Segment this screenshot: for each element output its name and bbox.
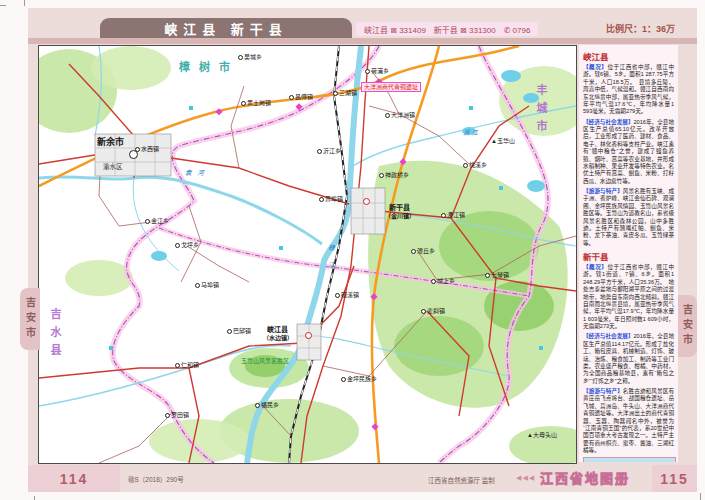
section-text: 位于江西省中部，赣江中游。辖1街道、7镇、6乡。面积1 248.29平方千米，人…: [583, 264, 674, 329]
section-label: 【概况】: [583, 64, 607, 70]
map-label: 马埠镇: [201, 282, 219, 288]
map-label: 新干县: [389, 204, 410, 211]
section-text: 风景名胜有玉峡、成子洲、香炉峰、峡江会仙石碑、观澜阁、金坪民族风情园、玉笥山风景…: [583, 188, 674, 246]
map-license-number: 赣S（2018）290号: [128, 474, 184, 484]
section-text: 2016年，全县地区生产总值114.17亿元。形成了盐化工、箱包皮具、机械制造、…: [583, 333, 674, 383]
map-label: 桃溪乡: [469, 162, 487, 168]
town-marker: [175, 363, 180, 368]
region-label-fengcheng: 丰城市: [535, 84, 546, 138]
map-label: 昌傅镇: [295, 94, 313, 100]
map-labels-layer: 新余市渝水区水西镇吴城乡黄土岗镇昌傅镇三湖镇荷浦乡大洋洲镇沂江乡神政桥乡桃溪乡溧…: [39, 46, 576, 463]
section-text: 位于江西省中部，赣江中游。辖6镇、5乡。面积1 287.75平方千米，人口18.…: [583, 64, 674, 114]
town-marker: [135, 147, 140, 152]
section-label: 【经济与社会发展】: [583, 333, 634, 339]
county-info-sidebar: 峡江县 【概况】位于江西省中部，赣江中游。辖6镇、5乡。面积1 287.75平方…: [579, 45, 678, 462]
map-label-yushui: 渝水区: [103, 164, 123, 171]
xingan-overview: 【概况】位于江西省中部，赣江中游。辖1街道、7镇、6乡。面积1 248.29平方…: [583, 264, 674, 330]
xiajiang-tourism: 【旅游与特产】风景名胜有玉峡、成子洲、香炉峰、峡江会仙石碑、观澜阁、金坪民族风情…: [583, 188, 674, 247]
map-label: 潭丘乡: [417, 248, 435, 254]
edge-tab-label: 吉安市: [23, 297, 38, 342]
edge-tab-jian-left: 吉安市: [20, 288, 40, 350]
crop-mark: [24, 0, 25, 6]
map-label: 城上乡: [437, 278, 455, 284]
page-title-tab: 峡江县 新干县: [100, 18, 352, 39]
map-label-xinyu: 新余市: [97, 138, 124, 147]
map-scale: 比例尺：1：36万: [606, 22, 675, 35]
arrow-decoration: ◀◀◀: [516, 474, 535, 482]
map-label: 溧江镇: [447, 212, 465, 218]
atlas-title: 江西省地图册: [540, 468, 630, 487]
town-marker: [241, 101, 246, 106]
river-label-yuanhe: 袁 河: [185, 170, 206, 177]
map-label: 峡江县: [267, 326, 288, 333]
town-marker: [175, 243, 180, 248]
town-marker: [411, 249, 416, 254]
county-title-xingan: 新干县: [583, 250, 674, 262]
map-label: 仁和镇: [181, 362, 199, 368]
map-label: 界埠镇: [325, 196, 343, 202]
town-marker: [485, 273, 490, 278]
museum-photo: 大洋洲商代青铜博物馆: [583, 457, 676, 462]
page-number-left-block: 114: [28, 465, 120, 492]
town-marker: [317, 149, 322, 154]
county-seat-marker: [305, 332, 312, 339]
town-marker: [385, 113, 390, 118]
section-label: 【旅游与特产】: [583, 388, 623, 394]
map-label: 罗田镇: [171, 412, 189, 418]
map-label: 戈坪乡: [181, 242, 199, 248]
header-rule: [28, 38, 697, 44]
town-marker: [195, 283, 200, 288]
map-label: 七琴镇: [491, 272, 509, 278]
map-label: 吴城乡: [244, 54, 262, 60]
section-label: 【经济与社会发展】: [583, 119, 634, 125]
map-label: 金江乡: [151, 218, 169, 224]
edge-tab-jian-right: 吉安市: [677, 295, 697, 357]
map-label: ▲玉华山: [491, 138, 515, 144]
map-label: 玉笥山风景名胜区: [241, 358, 289, 364]
map-label: 黄土岗镇: [247, 100, 271, 106]
town-marker: [319, 197, 324, 202]
xingan-economy: 【经济与社会发展】2016年，全县地区生产总值114.17亿元。形成了盐化工、箱…: [583, 333, 674, 385]
xiajiang-overview: 【概况】位于江西省中部，赣江中游。辖6镇、5乡。面积1 287.75平方千米，人…: [583, 64, 674, 116]
town-marker: [145, 219, 150, 224]
map-label: 三湖镇: [339, 90, 357, 96]
town-marker: [165, 413, 170, 418]
map-label: 水西镇: [141, 146, 159, 152]
map-label: 沂江乡: [323, 148, 341, 154]
crop-mark: [0, 5, 6, 6]
map-label: 神政桥乡: [385, 172, 409, 178]
town-marker: [227, 329, 232, 334]
section-label: 【旅游与特产】: [583, 188, 623, 194]
map-label: 大洋洲镇: [391, 112, 415, 118]
map-label: 荷浦乡: [371, 68, 389, 74]
section-text: 2016年，全县地区生产总值65.10亿元。改革开放后，工业形成了医药、建材、食…: [583, 119, 674, 184]
postal-info: 峡江县 ⊠ 331409 新干县 ⊠ 331300 ✆ 0796: [364, 24, 530, 35]
county-title-xiajiang: 峡江县: [583, 50, 674, 62]
crop-mark: [34, 496, 35, 500]
map-canvas: 新余市渝水区水西镇吴城乡黄土岗镇昌傅镇三湖镇荷浦乡大洋洲镇沂江乡神政桥乡桃溪乡溧…: [38, 45, 577, 464]
map-label: ▲大母头山: [527, 432, 557, 438]
map-label: 大洋洲商代青铜遗址: [361, 82, 421, 92]
page-number-right: 115: [660, 471, 689, 487]
river-label-yijiang: 沂江: [463, 130, 480, 137]
producer-credit: 江西省自然资源厅 监制: [428, 475, 495, 485]
page-number-right-block: 115: [652, 465, 697, 492]
map-label: 砚溪镇: [341, 292, 359, 298]
town-marker: [463, 163, 468, 168]
postal-info-chip: 峡江县 ⊠ 331409 新干县 ⊠ 331300 ✆ 0796: [356, 22, 538, 36]
town-marker: [341, 377, 346, 382]
page-title: 峡江县 新干县: [164, 19, 288, 38]
map-label: （金川镇）: [385, 213, 415, 219]
edge-tab-label: 吉安市: [680, 304, 695, 349]
region-label-zhangshu: 樟树市: [179, 62, 239, 73]
town-marker: [379, 173, 384, 178]
town-marker: [365, 69, 370, 74]
map-label: （水边镇）: [263, 335, 293, 341]
town-marker: [289, 95, 294, 100]
region-label-jishui: 吉水县: [49, 308, 60, 362]
section-label: 【概况】: [583, 264, 607, 270]
map-label: 福民乡: [261, 402, 279, 408]
town-marker: [421, 309, 426, 314]
xingan-tourism: 【旅游与特产】名胜古迹和风景区有黄庄岳飞点将台、战国粮仓遗址、岳飞城、莒洲岛、牛…: [583, 388, 674, 454]
map-label: 巴邱镇: [233, 328, 251, 334]
